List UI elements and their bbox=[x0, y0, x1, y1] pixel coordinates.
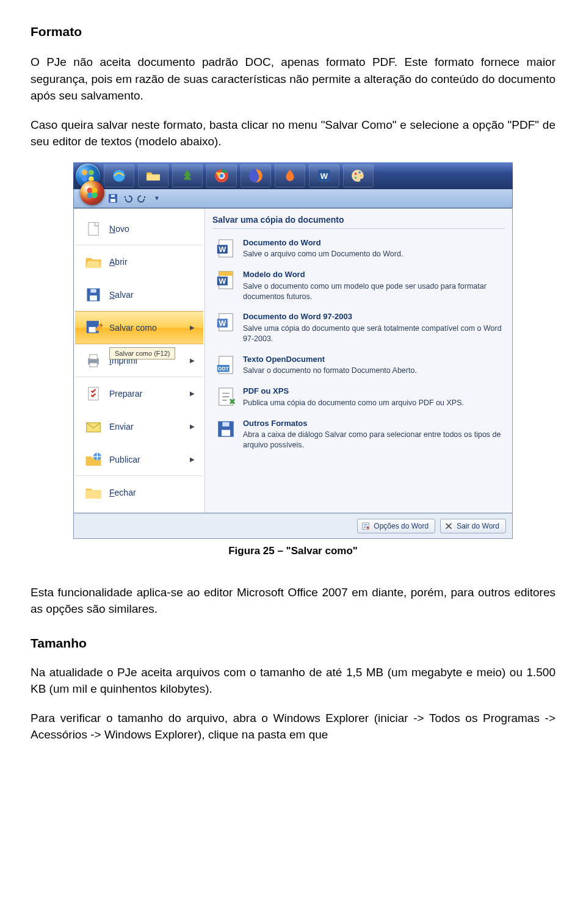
submenu-arrow-icon: ▶ bbox=[190, 324, 195, 331]
svg-rect-28 bbox=[89, 327, 96, 332]
taskbar-chrome[interactable] bbox=[206, 164, 237, 187]
menu-salvar[interactable]: Salvar bbox=[75, 278, 203, 311]
options-icon bbox=[361, 522, 370, 530]
chrome-icon bbox=[214, 168, 230, 184]
save-icon bbox=[108, 193, 118, 203]
menu-publicar[interactable]: Publicar ▶ bbox=[75, 443, 203, 476]
word-doc-icon: W bbox=[215, 237, 237, 259]
menu-preparar[interactable]: Preparar ▶ bbox=[75, 377, 203, 410]
word-icon: W bbox=[316, 168, 332, 184]
menu-salvar-como[interactable]: Salvar como ▶ bbox=[75, 311, 203, 344]
redo-icon bbox=[137, 193, 147, 203]
save-copy-title: Salvar uma cópia do documento bbox=[212, 215, 505, 229]
flame-icon bbox=[282, 168, 298, 184]
item-desc: Publica uma cópia do documento como um a… bbox=[243, 399, 464, 407]
undo-icon bbox=[123, 193, 132, 203]
svg-point-17 bbox=[92, 187, 98, 193]
menu-imprimir[interactable]: Imprimi ▶ Salvar como (F12) bbox=[75, 344, 203, 377]
saveas-word-doc[interactable]: W Documento do WordSalve o arquivo como … bbox=[212, 233, 505, 264]
word-template-icon: W bbox=[215, 269, 237, 291]
svg-point-18 bbox=[87, 192, 93, 198]
svg-point-12 bbox=[355, 173, 356, 175]
close-folder-icon bbox=[84, 483, 103, 502]
taskbar-app1[interactable] bbox=[172, 164, 203, 187]
pdf-icon bbox=[215, 386, 237, 408]
new-doc-icon bbox=[84, 219, 103, 239]
exit-word-button[interactable]: Sair do Word bbox=[440, 519, 506, 533]
folder-icon bbox=[145, 168, 161, 184]
qat-redo[interactable] bbox=[136, 192, 148, 204]
menu-label: Preparar bbox=[109, 389, 142, 399]
menu-abrir[interactable]: Abrir bbox=[75, 245, 203, 278]
taskbar-word[interactable]: W bbox=[309, 164, 339, 187]
svg-rect-30 bbox=[90, 355, 98, 359]
figure-caption: Figura 25 – "Salvar como" bbox=[31, 545, 555, 557]
office-menu-left: Novo Abrir Salvar Salvar como ▶ Imprimi … bbox=[74, 209, 205, 513]
item-title: Outros Formatos bbox=[243, 418, 502, 429]
taskbar-firefox[interactable] bbox=[241, 164, 271, 187]
save-other-icon bbox=[215, 418, 237, 440]
menu-enviar[interactable]: Enviar ▶ bbox=[75, 410, 203, 443]
taskbar-app2[interactable] bbox=[275, 164, 305, 187]
saveas-pdf-xps[interactable]: PDF ou XPSPublica uma cópia do documento… bbox=[212, 381, 505, 413]
odt-icon: ODT bbox=[215, 354, 237, 376]
send-icon bbox=[84, 417, 103, 436]
svg-text:W: W bbox=[219, 244, 226, 253]
heading-formato: Formato bbox=[31, 24, 555, 39]
heading-tamanho: Tamanho bbox=[31, 636, 555, 651]
svg-point-14 bbox=[355, 176, 356, 178]
qat-dropdown[interactable]: ▼ bbox=[151, 192, 163, 204]
item-title: Documento do Word bbox=[243, 237, 403, 248]
svg-text:W: W bbox=[219, 276, 226, 286]
svg-text:W: W bbox=[320, 171, 328, 181]
save-disk-icon bbox=[84, 285, 103, 305]
word-9703-icon: W bbox=[215, 311, 237, 333]
svg-rect-23 bbox=[89, 222, 98, 235]
menu-label: Enviar bbox=[109, 422, 134, 431]
paragraph-1: O PJe não aceita documento padrão DOC, a… bbox=[31, 54, 555, 104]
saveas-word-9703[interactable]: W Documento do Word 97-2003Salve uma cóp… bbox=[212, 306, 505, 348]
paragraph-4: Na atualidade o PJe aceita arquivos com … bbox=[31, 664, 555, 698]
office-button[interactable] bbox=[80, 181, 104, 205]
palette-icon bbox=[350, 168, 366, 184]
svg-point-2 bbox=[82, 176, 87, 182]
saveas-word-template[interactable]: W Modelo do WordSalve o documento como u… bbox=[212, 264, 505, 306]
svg-rect-40 bbox=[219, 272, 233, 276]
svg-text:W: W bbox=[219, 319, 226, 328]
menu-novo[interactable]: Novo bbox=[75, 212, 203, 245]
taskbar-ie[interactable] bbox=[104, 164, 134, 187]
taskbar-paint[interactable] bbox=[343, 164, 374, 187]
save-as-icon bbox=[84, 318, 103, 337]
svg-rect-51 bbox=[222, 430, 230, 436]
svg-point-16 bbox=[87, 187, 93, 193]
svg-point-54 bbox=[367, 527, 369, 529]
paragraph-3: Esta funcionalidade aplica-se ao editor … bbox=[31, 584, 555, 618]
word-options-button[interactable]: Opções do Word bbox=[357, 519, 435, 533]
paragraph-2: Caso queira salvar neste formato, basta … bbox=[31, 117, 555, 150]
item-desc: Salve o arquivo como um Documento do Wor… bbox=[243, 250, 403, 258]
submenu-arrow-icon: ▶ bbox=[190, 390, 195, 397]
menu-label: Publicar bbox=[109, 455, 140, 464]
svg-rect-5 bbox=[146, 175, 160, 181]
menu-label: Fechar bbox=[109, 488, 136, 497]
submenu-arrow-icon: ▶ bbox=[190, 456, 195, 463]
taskbar-explorer[interactable] bbox=[138, 164, 168, 187]
office-logo-icon bbox=[85, 186, 99, 200]
qat-save[interactable] bbox=[107, 192, 119, 204]
saveas-other[interactable]: Outros FormatosAbra a caixa de diálogo S… bbox=[212, 413, 505, 455]
submenu-arrow-icon: ▶ bbox=[190, 357, 195, 364]
menu-label: Abrir bbox=[109, 257, 128, 267]
svg-rect-25 bbox=[90, 295, 97, 300]
item-title: Texto OpenDocument bbox=[243, 354, 417, 365]
item-title: Documento do Word 97-2003 bbox=[243, 311, 502, 322]
publish-icon bbox=[84, 450, 103, 469]
prepare-icon bbox=[84, 384, 103, 403]
item-desc: Salve o documento como um modelo que pod… bbox=[243, 282, 487, 301]
qat-undo[interactable] bbox=[121, 192, 134, 204]
menu-fechar[interactable]: Fechar bbox=[75, 476, 203, 509]
svg-text:ODT: ODT bbox=[218, 365, 230, 371]
firefox-icon bbox=[248, 168, 264, 184]
saveas-odt[interactable]: ODT Texto OpenDocumentSalvar o documento… bbox=[212, 349, 505, 381]
svg-point-0 bbox=[82, 170, 87, 175]
menu-label: Novo bbox=[109, 224, 129, 234]
